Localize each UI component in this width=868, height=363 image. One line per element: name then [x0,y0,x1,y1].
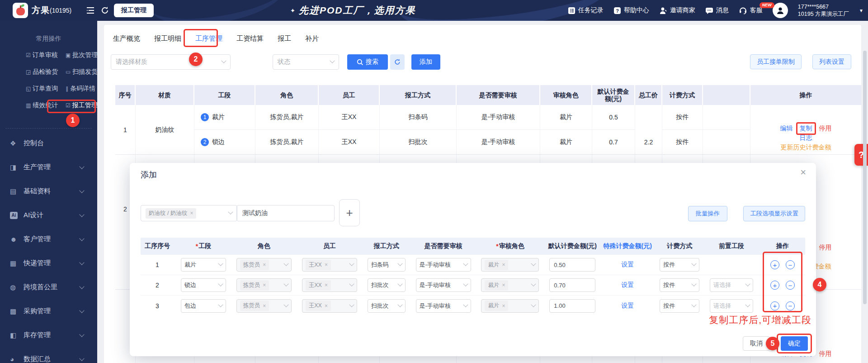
nav-help-center[interactable]: ? 帮助中心 [613,6,649,14]
search-button[interactable]: 搜索 [347,54,388,70]
remove-tag-icon[interactable]: × [190,210,193,216]
nav-messages[interactable]: 消息 [705,6,729,14]
pre-stage-select[interactable]: 请选择 [710,278,753,292]
role-select[interactable]: 拣货员× [236,258,292,272]
sidebar-item-ai-design[interactable]: AiAI设计 [0,203,97,227]
tab-production-overview[interactable]: 生产概览 [112,33,141,45]
collapse-menu-icon[interactable] [86,6,95,15]
role-select[interactable]: 拣货员× [236,299,292,313]
remove-stage-icon[interactable]: − [786,260,795,269]
close-icon[interactable]: × [800,167,806,178]
tab-patch[interactable]: 补片 [304,33,320,45]
default-fee-input[interactable]: 0.50 [549,258,595,272]
vertical-scrollbar[interactable] [863,51,867,304]
review-role-select[interactable]: 裁片× [481,258,539,272]
method-select[interactable]: 扫批次 [368,278,406,292]
remove-tag-icon[interactable]: × [325,282,328,288]
disable-link[interactable]: 停用 [819,350,832,358]
default-fee-input[interactable]: 1.00 [549,299,595,313]
disable-link[interactable]: 停用 [819,124,832,133]
sidebar-item-base-data[interactable]: ▤基础资料 [0,179,97,203]
user-info[interactable]: 177****5667 10195 方果演示工厂 [798,3,849,18]
method-select[interactable]: 扫批次 [368,299,406,313]
nav-customer-service[interactable]: 客服 NEW [739,6,763,14]
review-select[interactable]: 是-手动审核 [416,258,471,272]
refresh-icon[interactable] [100,6,109,15]
remove-tag-icon[interactable]: × [325,262,328,268]
tab-report[interactable]: 报工 [277,33,292,45]
add-button[interactable]: 添加 [411,54,440,70]
remove-tag-icon[interactable]: × [502,303,505,309]
special-fee-settings-link[interactable]: 设置 [621,302,634,310]
sidebar-item-crossborder[interactable]: ◍跨境首公里 [0,275,97,299]
workspace-button[interactable]: 报工管理 [114,4,154,17]
remove-tag-icon[interactable]: × [263,303,266,309]
pay-type-select[interactable]: 按件 [660,278,699,292]
confirm-button[interactable]: 确定 [781,336,808,351]
employee-select[interactable]: 王XX× [302,299,357,313]
sidebar-item-production[interactable]: ◨生产管理 [0,155,97,179]
remove-tag-icon[interactable]: × [263,282,266,288]
sidebar-item-inventory[interactable]: ◧库存管理 [0,323,97,347]
stage-select[interactable]: 锁边 [181,278,226,292]
edit-link[interactable]: 编辑 [780,124,793,133]
review-select[interactable]: 是-手动审核 [416,278,471,292]
pre-stage-select[interactable]: 请选择 [710,299,753,313]
status-select[interactable]: 状态 [273,54,339,70]
remove-tag-icon[interactable]: × [263,262,266,268]
pay-type-select[interactable]: 按件 [660,299,699,313]
chevron-down-icon[interactable]: ▼ [859,8,863,13]
default-fee-input[interactable]: 0.70 [549,278,595,292]
remove-tag-icon[interactable]: × [325,303,328,309]
sidebar-item-express[interactable]: ▦快递管理 [0,251,97,275]
quick-link-quality-check[interactable]: ◲品检验货 [26,68,66,76]
batch-operation-button[interactable]: 批量操作 [688,206,727,221]
update-history-fee-link[interactable]: 更新历史计费金额 [781,143,831,152]
quick-link-scan-ship[interactable]: ▭扫描发货 [66,68,105,76]
quick-link-performance[interactable]: ▥绩效统计 [26,101,66,110]
disable-link[interactable]: 停用 [819,244,832,252]
special-fee-settings-link[interactable]: 设置 [621,281,634,289]
remove-tag-icon[interactable]: × [502,262,505,268]
review-role-select[interactable]: 裁片× [481,278,539,292]
modal-name-input[interactable]: 测试奶油 [236,205,335,221]
quick-link-work-report[interactable]: ☑报工管理 [66,101,105,110]
sidebar-item-customers[interactable]: ☻客户管理 [0,227,97,251]
avatar[interactable] [773,3,788,18]
review-role-select[interactable]: 裁片× [481,299,539,313]
special-fee-settings-link[interactable]: 设置 [621,261,634,269]
employee-order-limit-button[interactable]: 员工接单限制 [750,54,802,69]
remove-stage-icon[interactable]: − [786,281,795,290]
tab-report-detail[interactable]: 报工明细 [153,33,182,45]
quick-link-order-audit[interactable]: ☑订单审核 [26,51,66,59]
stage-select[interactable]: 包边 [181,299,226,313]
add-stage-icon[interactable]: + [770,260,779,269]
review-select[interactable]: 是-手动审核 [416,299,471,313]
quick-link-batch-manage[interactable]: ▣批次管理 [66,51,105,59]
nav-invite-merchant[interactable]: 邀请商家 [659,6,695,14]
pay-type-select[interactable]: 按件 [660,258,699,272]
nav-task-log[interactable]: 任务记录 [568,6,604,14]
method-select[interactable]: 扫条码 [368,258,406,272]
copy-link[interactable]: 复制 [800,124,812,133]
add-material-group-button[interactable]: + [339,199,360,226]
sidebar-item-purchase[interactable]: ▩采购管理 [0,299,97,323]
stage-select[interactable]: 裁片 [181,258,226,272]
add-stage-icon[interactable]: + [770,301,779,310]
tab-process-manage[interactable]: 工序管理 [194,33,223,45]
quick-link-barcode-detail[interactable]: ∥条码详情 [66,85,105,93]
list-settings-button[interactable]: 列表设置 [812,54,851,69]
add-stage-icon[interactable]: + [770,281,779,290]
role-select[interactable]: 拣货员× [236,278,292,292]
remove-tag-icon[interactable]: × [502,282,505,288]
refresh-list-button[interactable] [390,54,405,70]
stage-display-settings-button[interactable]: 工段选项显示设置 [743,206,805,221]
remove-stage-icon[interactable]: − [786,301,795,310]
tab-salary[interactable]: 工资结算 [236,33,264,45]
employee-select[interactable]: 王XX× [302,258,357,272]
quick-link-order-query[interactable]: ◱订单查询 [26,85,66,93]
employee-select[interactable]: 王XX× [302,278,357,292]
material-select[interactable]: 请选择材质 [111,54,231,70]
sidebar-item-console[interactable]: ❖控制台 [0,131,97,155]
log-link[interactable]: 日志 [800,134,812,142]
